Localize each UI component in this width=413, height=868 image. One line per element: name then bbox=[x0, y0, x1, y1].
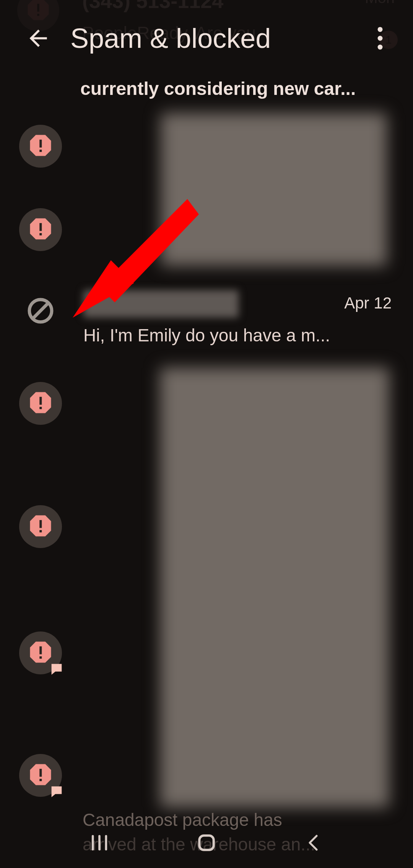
svg-rect-8 bbox=[39, 150, 42, 152]
redacted-region bbox=[0, 113, 413, 266]
svg-rect-21 bbox=[39, 646, 42, 654]
svg-point-5 bbox=[378, 45, 383, 50]
android-navigation-bar bbox=[0, 817, 413, 868]
conversation-avatar[interactable] bbox=[19, 631, 62, 674]
conversation-avatar[interactable] bbox=[19, 382, 62, 425]
svg-point-4 bbox=[378, 36, 383, 41]
overflow-menu-button[interactable] bbox=[361, 15, 399, 61]
svg-rect-22 bbox=[39, 656, 42, 659]
redacted-sender bbox=[83, 290, 239, 318]
chat-bubble-icon bbox=[49, 784, 64, 799]
chat-bubble-icon bbox=[49, 661, 64, 677]
conversation-preview: Hi, I'm Emily do you have a m... bbox=[83, 324, 392, 347]
svg-point-3 bbox=[378, 27, 383, 32]
svg-rect-15 bbox=[39, 397, 42, 405]
svg-rect-31 bbox=[199, 835, 213, 850]
conversation-avatar[interactable] bbox=[19, 754, 62, 797]
conversation-avatar bbox=[19, 290, 62, 333]
svg-rect-10 bbox=[39, 223, 42, 231]
home-button[interactable] bbox=[191, 827, 222, 858]
conversation-avatar[interactable] bbox=[19, 208, 62, 251]
conversation-preview[interactable]: currently considering new car... bbox=[80, 77, 392, 100]
spam-warning-icon bbox=[28, 216, 53, 243]
svg-rect-18 bbox=[39, 520, 42, 528]
conversation-avatar[interactable] bbox=[19, 505, 62, 548]
conversation-avatar[interactable] bbox=[19, 125, 62, 168]
app-bar: Spam & blocked bbox=[0, 0, 413, 77]
svg-rect-16 bbox=[39, 407, 42, 409]
spam-warning-icon bbox=[28, 390, 53, 417]
svg-rect-24 bbox=[39, 769, 42, 777]
back-button[interactable] bbox=[15, 15, 61, 61]
blocked-icon bbox=[26, 296, 55, 327]
recents-button[interactable] bbox=[84, 827, 115, 858]
svg-rect-7 bbox=[39, 140, 42, 148]
svg-rect-19 bbox=[39, 530, 42, 532]
page-title: Spam & blocked bbox=[70, 23, 271, 54]
svg-rect-11 bbox=[39, 233, 42, 235]
recents-icon bbox=[89, 833, 109, 853]
svg-rect-25 bbox=[39, 779, 42, 781]
spam-warning-icon bbox=[28, 513, 53, 540]
spam-warning-icon bbox=[28, 133, 53, 160]
chevron-left-icon bbox=[304, 832, 323, 853]
android-back-button[interactable] bbox=[298, 827, 329, 858]
blocked-conversation[interactable]: Hi, I'm Emily do you have a m... Apr 12 bbox=[0, 283, 413, 354]
arrow-back-icon bbox=[25, 25, 51, 51]
home-icon bbox=[196, 832, 217, 853]
conversation-date: Apr 12 bbox=[344, 294, 392, 312]
more-vert-icon bbox=[377, 27, 383, 50]
redacted-region bbox=[0, 367, 413, 808]
svg-line-13 bbox=[33, 303, 48, 318]
